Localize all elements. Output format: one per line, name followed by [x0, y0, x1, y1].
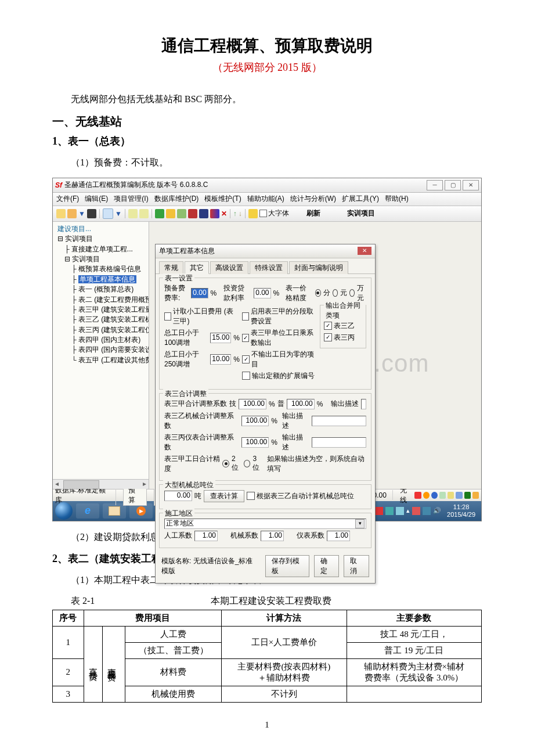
tb-doc2-icon[interactable] — [139, 209, 149, 218]
tab-other[interactable]: 其它 — [185, 261, 209, 274]
tb-new-icon[interactable] — [56, 209, 66, 218]
select-region[interactable]: 正常地区 ▾ — [164, 519, 366, 529]
tb-refresh[interactable]: 刷新 — [306, 208, 320, 218]
menu-db[interactable]: 数据库维护(D) — [154, 194, 199, 204]
menu-template[interactable]: 模板维护(T) — [204, 194, 241, 204]
tray-ic-1[interactable] — [375, 507, 383, 515]
tb-delete-icon[interactable]: ✕ — [221, 210, 227, 218]
input-reserve[interactable]: 0.00 — [191, 288, 208, 298]
input-c[interactable]: 100.00 — [241, 437, 269, 448]
tree-item-2[interactable]: 表三甲 (建筑安装工程量概预算 — [78, 305, 149, 314]
input-rengong[interactable]: 1.00 — [194, 531, 218, 541]
tray-ic-flag[interactable] — [412, 507, 420, 515]
tb-dropdown2-icon[interactable]: ▼ — [115, 210, 122, 218]
chk-xiaogongri[interactable]: 计取小工日费用 (表三甲) — [164, 307, 240, 326]
menu-aux[interactable]: 辅助功能(A) — [247, 194, 284, 204]
close-button[interactable]: ✕ — [463, 180, 479, 190]
tree-root2[interactable]: 实训项目 — [65, 235, 93, 243]
tree-item-1[interactable]: 表二 (建安工程费用概预算表) — [78, 296, 149, 304]
tb-search-icon[interactable] — [103, 208, 113, 219]
tb-down-icon[interactable]: ↓ — [239, 210, 242, 218]
tab-special[interactable]: 特殊设置 — [250, 261, 288, 274]
tree-n1[interactable]: 直接建立单项工程... — [71, 245, 133, 253]
input-jixie[interactable]: 1.00 — [261, 531, 284, 541]
tb-excel-icon[interactable] — [155, 209, 164, 218]
btn-cancel[interactable]: 取消 — [344, 555, 369, 577]
radio-wan[interactable] — [349, 289, 355, 297]
radio-fen[interactable] — [315, 289, 320, 297]
input-lt250[interactable]: 10.00 — [210, 354, 231, 365]
tray-ic-3[interactable] — [396, 507, 404, 515]
tree-scrollbar[interactable]: ◂ ▸ — [53, 479, 149, 489]
menu-ext[interactable]: 扩展工具(Y) — [342, 194, 379, 204]
taskbar-ie-icon[interactable]: e — [76, 503, 99, 519]
tb-open-icon[interactable] — [67, 209, 77, 218]
minimize-button[interactable]: ─ — [427, 180, 443, 190]
tb-calc-icon[interactable] — [199, 209, 208, 218]
dropdown-arrow-icon[interactable]: ▾ — [355, 519, 365, 528]
tab-cover[interactable]: 封面与编制说明 — [289, 261, 348, 274]
tray-up-icon[interactable]: ▴ — [406, 507, 410, 514]
tree-item-0[interactable]: 表一 (概预算总表) — [78, 285, 134, 293]
tray-vol-icon[interactable]: 🔊 — [433, 507, 441, 514]
tb-brush-icon[interactable] — [166, 209, 175, 218]
tb-doc1-icon[interactable] — [128, 209, 138, 218]
menu-project[interactable]: 项目管理(I) — [114, 194, 148, 204]
tb-grid-icon[interactable] — [177, 209, 186, 218]
tray-ic-net[interactable] — [423, 507, 431, 515]
btn-save-template[interactable]: 保存到模板 — [265, 555, 309, 577]
menu-edit[interactable]: 编辑(E) — [85, 194, 108, 204]
tree-root1[interactable]: 建设项目... — [57, 225, 91, 233]
tree-item-6[interactable]: 表四甲 (国内需要安装设备表) — [78, 345, 149, 354]
btn-query-table[interactable]: 查表计算 — [204, 490, 244, 502]
tree-n2[interactable]: 实训项目 — [72, 255, 100, 263]
tree-item-3[interactable]: 表三乙 (建筑安装工程机械使用 — [78, 315, 149, 323]
dialog-close-icon[interactable]: ✕ — [358, 247, 371, 255]
menu-help[interactable]: 帮助(H) — [385, 194, 409, 204]
tb-up-icon[interactable]: ↑ — [233, 210, 237, 218]
tray-clock[interactable]: 11:28 2015/4/29 — [443, 503, 479, 519]
tab-general[interactable]: 常规 — [159, 261, 183, 274]
tb-cut-icon[interactable] — [188, 209, 197, 218]
tab-advanced[interactable]: 高级设置 — [210, 261, 248, 274]
input-outdesc-b[interactable] — [312, 416, 366, 426]
tree-item-4[interactable]: 表三丙 (建筑安装工程仪器仪表 — [78, 326, 149, 334]
menu-file[interactable]: 文件(F) — [56, 194, 79, 204]
tree-selected[interactable]: 单项工程基本信息 — [78, 275, 136, 283]
chk-s3bing[interactable]: ✓表三丙 — [324, 333, 355, 343]
input-lt100[interactable]: 15.00 — [210, 333, 231, 343]
input-tons[interactable]: 0.00 — [164, 491, 192, 501]
input-yibiao[interactable]: 1.00 — [327, 531, 350, 541]
menu-stats[interactable]: 统计与分析(W) — [290, 194, 336, 204]
maximize-button[interactable]: ▢ — [445, 180, 461, 190]
tree-item-5[interactable]: 表四甲 (国内主材表) — [78, 336, 140, 344]
taskbar-media-icon[interactable]: ▶ — [129, 503, 153, 519]
chk-out2[interactable]: ✓不输出工日为零的项目 — [242, 350, 317, 369]
tb-bigfont-check[interactable]: 大字体 — [259, 208, 289, 218]
taskbar-explorer-icon[interactable] — [103, 503, 126, 519]
tree-item-7[interactable]: 表五甲 (工程建设其他费用表) — [78, 356, 149, 364]
btn-ok[interactable]: 确定 — [314, 555, 340, 577]
input-a1[interactable]: 100.00 — [239, 399, 266, 409]
tb-save-icon[interactable] — [87, 209, 96, 218]
tb-lock-icon[interactable] — [248, 209, 258, 218]
radio-2wei[interactable] — [222, 460, 229, 467]
tree-n3[interactable]: 概预算表格编号信息 — [78, 265, 141, 273]
start-button[interactable] — [55, 502, 73, 520]
radio-3wei[interactable] — [244, 460, 251, 467]
tray-ic-2[interactable] — [385, 507, 394, 515]
input-loan[interactable]: 0.00 — [254, 288, 271, 298]
tb-move-icon[interactable] — [210, 209, 219, 218]
tb-dropdown-icon[interactable]: ▼ — [78, 210, 85, 218]
input-b[interactable]: 100.00 — [241, 416, 269, 426]
input-outdesc-a[interactable] — [361, 399, 366, 409]
menubar[interactable]: 文件(F) 编辑(E) 项目管理(I) 数据库维护(D) 模板维护(T) 辅助功… — [53, 193, 481, 206]
chk-qiyong[interactable]: 启用表三甲的分段取费设置 — [242, 307, 317, 326]
chk-out3[interactable]: 输出定额的扩展编号 — [242, 371, 315, 381]
input-outdesc-c[interactable] — [312, 437, 366, 448]
radio-yuan[interactable] — [333, 289, 338, 297]
chk-s3yi[interactable]: ✓表三乙 — [324, 321, 355, 331]
input-a2[interactable]: 100.00 — [287, 399, 315, 409]
chk-out1[interactable]: ✓表三甲单位工日乘系数输出 — [242, 328, 317, 348]
chk-auto-tons[interactable]: 根据表三乙自动计算机械总吨位 — [247, 491, 354, 501]
